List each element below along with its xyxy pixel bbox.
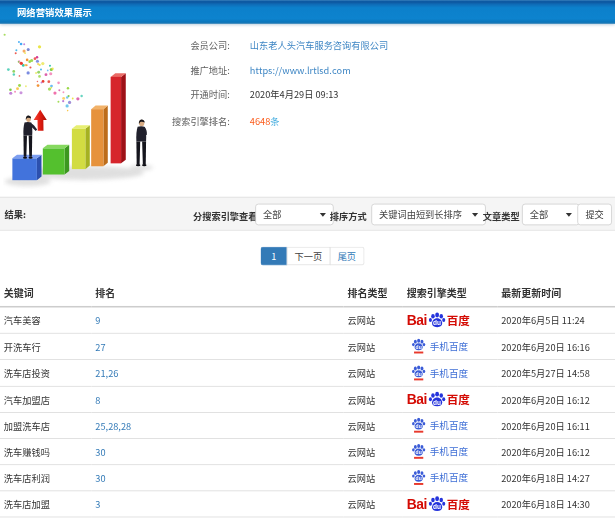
svg-text:du: du bbox=[416, 449, 422, 455]
svg-text:百度: 百度 bbox=[447, 496, 471, 512]
svg-text:du: du bbox=[416, 423, 422, 429]
svg-text:手机百度: 手机百度 bbox=[430, 470, 469, 484]
svg-text:du: du bbox=[433, 319, 441, 326]
svg-text:Bai: Bai bbox=[407, 496, 427, 512]
svg-text:du: du bbox=[433, 398, 441, 405]
svg-text:百度: 百度 bbox=[447, 391, 471, 407]
svg-text:Bai: Bai bbox=[407, 391, 427, 407]
svg-text:du: du bbox=[416, 344, 422, 350]
svg-text:du: du bbox=[416, 370, 422, 376]
svg-text:手机百度: 手机百度 bbox=[430, 339, 469, 353]
svg-text:手机百度: 手机百度 bbox=[430, 365, 469, 379]
svg-text:Bai: Bai bbox=[407, 312, 427, 328]
svg-text:百度: 百度 bbox=[447, 312, 471, 328]
svg-text:du: du bbox=[416, 476, 422, 482]
svg-text:手机百度: 手机百度 bbox=[430, 418, 469, 432]
svg-text:du: du bbox=[433, 503, 441, 510]
svg-text:手机百度: 手机百度 bbox=[430, 444, 469, 458]
